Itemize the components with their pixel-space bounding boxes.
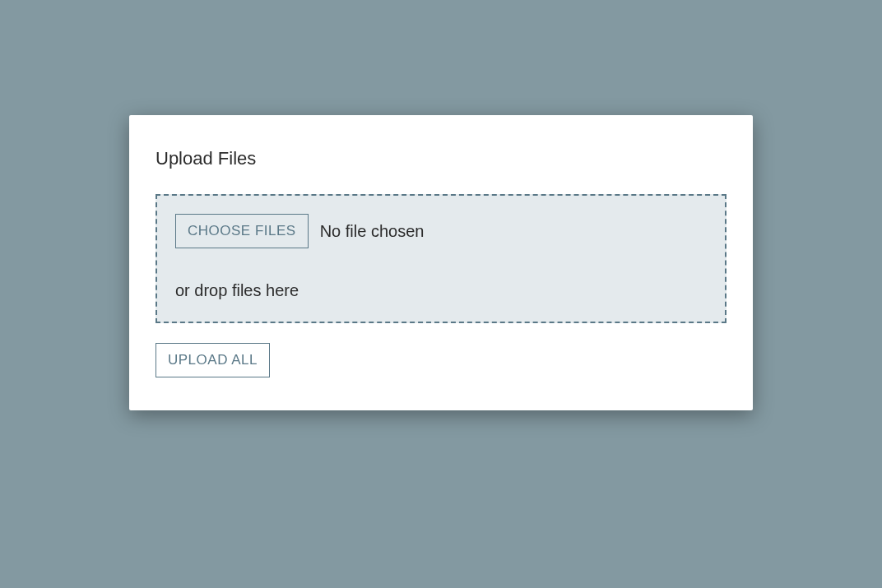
upload-card: Upload Files CHOOSE FILES No file chosen… [129, 115, 753, 410]
file-input-row: CHOOSE FILES No file chosen [175, 214, 707, 248]
card-title: Upload Files [156, 148, 726, 169]
file-chosen-status: No file chosen [320, 222, 425, 241]
upload-all-button[interactable]: UPLOAD ALL [156, 343, 270, 377]
file-dropzone[interactable]: CHOOSE FILES No file chosen or drop file… [156, 194, 726, 323]
drop-hint-text: or drop files here [175, 281, 707, 300]
choose-files-button[interactable]: CHOOSE FILES [175, 214, 309, 248]
